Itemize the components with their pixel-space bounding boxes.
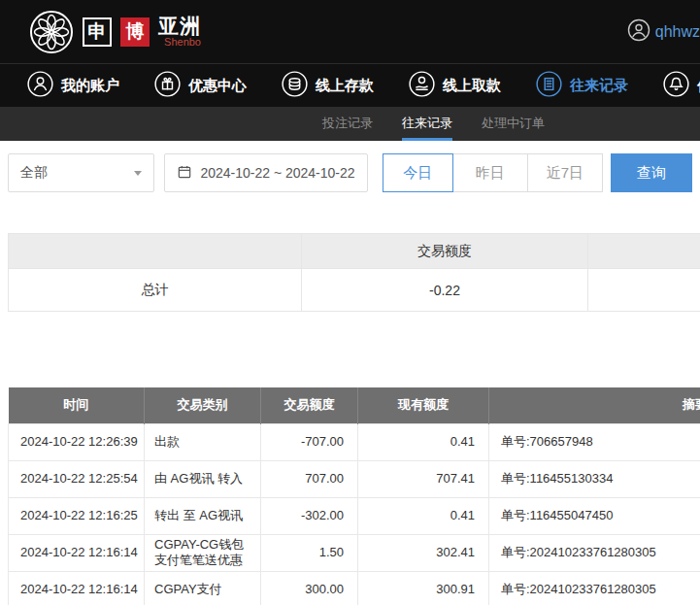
user-account[interactable]: qhhwz (627, 18, 700, 46)
col-header-type: 交易类别 (145, 387, 261, 423)
today-button[interactable]: 今日 (383, 153, 453, 192)
lotus-logo-icon (29, 10, 74, 54)
records-section: 时间 交易类别 交易额度 现有额度 摘要 2024-10-22 12:26:39… (8, 387, 700, 605)
cell-amount: -707.00 (261, 423, 358, 460)
cell-time: 2024-10-22 12:16:14 (9, 534, 145, 571)
nav-label: 我的账户 (61, 77, 119, 95)
cell-type: CGPAY支付 (145, 571, 261, 605)
table-row: 2024-10-22 12:16:14 CGPAY-CG钱包支付笔笔送优惠 1.… (9, 534, 700, 571)
cell-type: 出款 (145, 423, 261, 460)
tab-processing-orders[interactable]: 处理中订单 (482, 107, 545, 141)
nav-item-messages[interactable]: 信息 (663, 71, 700, 100)
summary-empty-cell (588, 269, 700, 312)
cell-note: 单号:116455130334 (489, 460, 700, 497)
nav-item-withdraw[interactable]: 线上取款 (409, 71, 501, 100)
tab-transaction-records[interactable]: 往来记录 (402, 107, 452, 141)
date-range-value: 2024-10-22 ~ 2024-10-22 (200, 165, 354, 181)
summary-header-spacer (9, 234, 302, 269)
nav-label: 往来记录 (570, 77, 628, 95)
summary-header-spacer (588, 234, 700, 269)
username-text: qhhwz (655, 23, 700, 41)
nav-item-records[interactable]: 往来记录 (536, 71, 628, 100)
table-row: 2024-10-22 12:16:14 CGPAY支付 300.00 300.9… (9, 571, 700, 605)
cell-balance: 707.41 (358, 460, 489, 497)
cell-note: 单号:202410233761280305 (489, 534, 700, 571)
table-row: 2024-10-22 12:16:25 转出 至 AG视讯 -302.00 0.… (9, 497, 700, 534)
table-row: 2024-10-22 12:25:54 由 AG视讯 转入 707.00 707… (9, 460, 700, 497)
cell-balance: 0.41 (358, 423, 489, 460)
nav-item-promotions[interactable]: 优惠中心 (154, 71, 247, 100)
nav-label: 优惠中心 (188, 77, 247, 95)
cell-balance: 300.91 (358, 571, 489, 605)
quick-date-buttons: 今日 昨日 近7日 (383, 153, 603, 192)
cell-amount: -302.00 (261, 497, 358, 534)
gift-icon (154, 71, 181, 100)
user-icon (27, 71, 53, 100)
cell-note: 单号:116455047450 (489, 497, 700, 534)
bell-icon (663, 71, 689, 100)
col-header-time: 时间 (9, 387, 145, 423)
main-nav: 我的账户 优惠中心 线上存款 线上取款 往来记录 信息 (0, 63, 700, 107)
col-header-balance: 现有额度 (358, 387, 489, 423)
cell-note: 单号:202410233761280305 (489, 571, 700, 605)
cell-amount: 1.50 (261, 534, 358, 571)
col-header-note: 摘要 (489, 387, 700, 423)
sub-nav: 投注记录 往来记录 处理中订单 (0, 107, 700, 141)
chevron-down-icon (134, 171, 142, 176)
brand-logo[interactable]: 申 博 亚洲 Shenbo (29, 10, 201, 54)
summary-total-value: -0.22 (302, 269, 588, 312)
yesterday-button[interactable]: 昨日 (452, 153, 528, 192)
cell-time: 2024-10-22 12:25:54 (9, 460, 145, 497)
nav-item-deposit[interactable]: 线上存款 (282, 71, 374, 100)
cell-type: CGPAY-CG钱包支付笔笔送优惠 (145, 534, 261, 571)
cell-balance: 0.41 (358, 497, 489, 534)
cell-time: 2024-10-22 12:26:39 (9, 423, 145, 460)
nav-label: 线上取款 (443, 77, 501, 95)
summary-section: 交易额度 总计 -0.22 (8, 233, 700, 312)
coins-icon (282, 71, 308, 100)
cell-balance: 302.41 (358, 534, 489, 571)
brand-char-shen: 申 (83, 17, 112, 47)
cell-type: 由 AG视讯 转入 (145, 460, 261, 497)
table-row: 2024-10-22 12:26:39 出款 -707.00 0.41 单号:7… (9, 423, 700, 460)
withdraw-icon (409, 71, 435, 100)
top-header: 申 博 亚洲 Shenbo qhhwz (0, 0, 700, 63)
records-header-row: 时间 交易类别 交易额度 现有额度 摘要 (9, 387, 700, 423)
last7days-button[interactable]: 近7日 (527, 153, 603, 192)
brand-char-bo: 博 (120, 17, 150, 47)
summary-header-label: 交易额度 (302, 234, 588, 269)
nav-item-my-account[interactable]: 我的账户 (27, 71, 119, 100)
records-icon (536, 71, 562, 100)
cell-time: 2024-10-22 12:16:25 (9, 497, 145, 534)
cell-amount: 300.00 (261, 571, 358, 605)
nav-label: 线上存款 (316, 77, 374, 95)
cell-amount: 707.00 (261, 460, 358, 497)
query-button[interactable]: 查询 (611, 153, 692, 192)
avatar-icon (627, 18, 650, 46)
calendar-icon (177, 164, 192, 183)
col-header-amount: 交易额度 (261, 387, 358, 423)
type-select-value: 全部 (20, 164, 48, 182)
brand-subtitle: Shenbo (164, 37, 201, 49)
filter-bar: 全部 2024-10-22 ~ 2024-10-22 今日 昨日 近7日 查询 (8, 153, 692, 192)
summary-total-label: 总计 (9, 269, 302, 312)
cell-type: 转出 至 AG视讯 (145, 497, 261, 534)
date-range-input[interactable]: 2024-10-22 ~ 2024-10-22 (164, 153, 367, 192)
tab-betting-records[interactable]: 投注记录 (322, 107, 373, 141)
type-select[interactable]: 全部 (8, 153, 154, 192)
cell-note: 单号:706657948 (489, 423, 700, 460)
cell-time: 2024-10-22 12:16:14 (9, 571, 145, 605)
brand-region: 亚洲 (158, 16, 201, 37)
